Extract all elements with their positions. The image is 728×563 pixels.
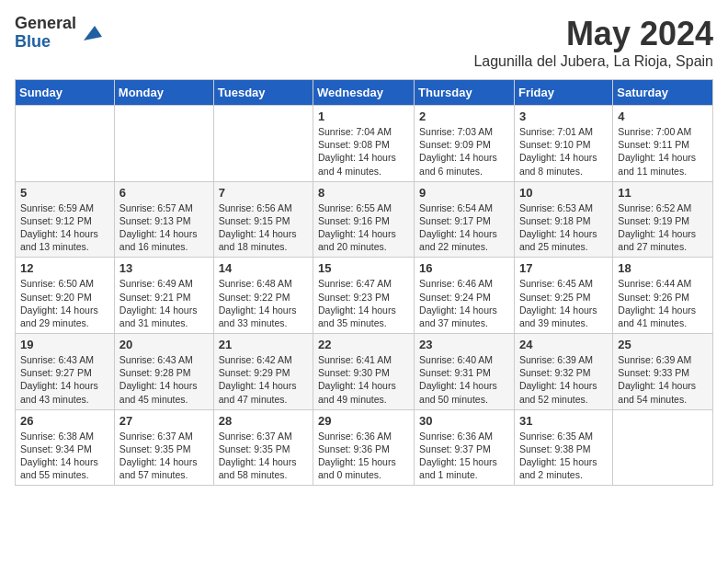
- day-info: Sunrise: 6:57 AMSunset: 9:13 PMDaylight:…: [119, 201, 209, 254]
- calendar-cell: 18Sunrise: 6:44 AMSunset: 9:26 PMDayligh…: [613, 258, 713, 334]
- day-number: 22: [318, 338, 409, 351]
- day-info: Sunrise: 7:03 AMSunset: 9:09 PMDaylight:…: [419, 125, 509, 178]
- calendar-cell: 19Sunrise: 6:43 AMSunset: 9:27 PMDayligh…: [16, 334, 115, 410]
- location-title: Lagunilla del Jubera, La Rioja, Spain: [473, 53, 713, 70]
- calendar-cell: 5Sunrise: 6:59 AMSunset: 9:12 PMDaylight…: [16, 181, 115, 258]
- calendar-week-row: 5Sunrise: 6:59 AMSunset: 9:12 PMDaylight…: [16, 181, 713, 258]
- day-number: 3: [519, 109, 608, 123]
- header-tuesday: Tuesday: [213, 80, 313, 106]
- day-info: Sunrise: 6:52 AMSunset: 9:19 PMDaylight:…: [618, 201, 708, 254]
- day-number: 27: [119, 414, 209, 428]
- calendar-cell: 23Sunrise: 6:40 AMSunset: 9:31 PMDayligh…: [415, 334, 515, 410]
- day-number: 17: [519, 261, 608, 275]
- header-thursday: Thursday: [415, 80, 515, 106]
- day-info: Sunrise: 6:48 AMSunset: 9:22 PMDaylight:…: [219, 277, 308, 329]
- day-number: 5: [20, 186, 109, 200]
- day-info: Sunrise: 6:53 AMSunset: 9:18 PMDaylight:…: [519, 201, 608, 254]
- calendar-week-row: 1Sunrise: 7:04 AMSunset: 9:08 PMDaylight…: [16, 106, 713, 182]
- day-number: 31: [519, 414, 608, 428]
- day-info: Sunrise: 6:40 AMSunset: 9:31 PMDaylight:…: [419, 353, 509, 406]
- calendar-cell: 30Sunrise: 6:36 AMSunset: 9:37 PMDayligh…: [415, 409, 515, 486]
- header-wednesday: Wednesday: [313, 80, 415, 106]
- day-number: 28: [219, 414, 308, 428]
- day-number: 7: [219, 186, 308, 200]
- day-info: Sunrise: 6:42 AMSunset: 9:29 PMDaylight:…: [219, 353, 308, 406]
- calendar-cell: 17Sunrise: 6:45 AMSunset: 9:25 PMDayligh…: [514, 258, 612, 334]
- logo-general: General: [15, 15, 76, 33]
- day-info: Sunrise: 6:56 AMSunset: 9:15 PMDaylight:…: [219, 201, 308, 254]
- calendar-cell: 13Sunrise: 6:49 AMSunset: 9:21 PMDayligh…: [114, 258, 213, 334]
- calendar-cell: 24Sunrise: 6:39 AMSunset: 9:32 PMDayligh…: [514, 334, 612, 410]
- day-number: 8: [318, 186, 409, 200]
- calendar-cell: 29Sunrise: 6:36 AMSunset: 9:36 PMDayligh…: [313, 409, 415, 486]
- day-info: Sunrise: 6:54 AMSunset: 9:17 PMDaylight:…: [419, 201, 509, 254]
- header-friday: Friday: [514, 80, 612, 106]
- day-number: 1: [318, 109, 409, 123]
- day-number: 29: [318, 414, 409, 428]
- day-info: Sunrise: 6:39 AMSunset: 9:32 PMDaylight:…: [519, 353, 608, 406]
- calendar-cell: [114, 106, 213, 182]
- day-number: 18: [618, 261, 708, 275]
- day-number: 4: [618, 109, 708, 123]
- day-number: 23: [419, 338, 509, 351]
- day-number: 11: [618, 186, 708, 200]
- calendar-cell: 3Sunrise: 7:01 AMSunset: 9:10 PMDaylight…: [514, 106, 612, 182]
- day-info: Sunrise: 7:01 AMSunset: 9:10 PMDaylight:…: [519, 125, 608, 178]
- day-info: Sunrise: 6:37 AMSunset: 9:35 PMDaylight:…: [119, 430, 209, 482]
- calendar-cell: 14Sunrise: 6:48 AMSunset: 9:22 PMDayligh…: [213, 258, 313, 334]
- calendar-cell: [613, 409, 713, 486]
- day-info: Sunrise: 6:37 AMSunset: 9:35 PMDaylight:…: [219, 430, 308, 482]
- calendar-cell: [213, 106, 313, 182]
- calendar-table: SundayMondayTuesdayWednesdayThursdayFrid…: [15, 79, 713, 486]
- calendar-cell: 28Sunrise: 6:37 AMSunset: 9:35 PMDayligh…: [213, 409, 313, 486]
- calendar-cell: 4Sunrise: 7:00 AMSunset: 9:11 PMDaylight…: [613, 106, 713, 182]
- calendar-cell: 27Sunrise: 6:37 AMSunset: 9:35 PMDayligh…: [114, 409, 213, 486]
- day-number: 24: [519, 338, 608, 351]
- day-number: 30: [419, 414, 509, 428]
- calendar-cell: 2Sunrise: 7:03 AMSunset: 9:09 PMDaylight…: [415, 106, 515, 182]
- header-saturday: Saturday: [613, 80, 713, 106]
- calendar-cell: 11Sunrise: 6:52 AMSunset: 9:19 PMDayligh…: [613, 181, 713, 258]
- day-number: 12: [20, 261, 109, 275]
- day-info: Sunrise: 6:55 AMSunset: 9:16 PMDaylight:…: [318, 201, 409, 254]
- calendar-cell: [16, 106, 115, 182]
- calendar-week-row: 26Sunrise: 6:38 AMSunset: 9:34 PMDayligh…: [16, 409, 713, 486]
- calendar-cell: 1Sunrise: 7:04 AMSunset: 9:08 PMDaylight…: [313, 106, 415, 182]
- logo-text: General Blue: [15, 15, 76, 52]
- calendar-cell: 8Sunrise: 6:55 AMSunset: 9:16 PMDaylight…: [313, 181, 415, 258]
- title-section: May 2024 Lagunilla del Jubera, La Rioja,…: [473, 15, 713, 70]
- calendar-cell: 25Sunrise: 6:39 AMSunset: 9:33 PMDayligh…: [613, 334, 713, 410]
- day-number: 9: [419, 186, 509, 200]
- day-number: 26: [20, 414, 109, 428]
- day-info: Sunrise: 6:45 AMSunset: 9:25 PMDaylight:…: [519, 277, 608, 329]
- logo: General Blue: [15, 15, 102, 52]
- calendar-cell: 9Sunrise: 6:54 AMSunset: 9:17 PMDaylight…: [415, 181, 515, 258]
- day-number: 21: [219, 338, 308, 351]
- calendar-week-row: 19Sunrise: 6:43 AMSunset: 9:27 PMDayligh…: [16, 334, 713, 410]
- logo-icon: [80, 22, 102, 44]
- calendar-cell: 20Sunrise: 6:43 AMSunset: 9:28 PMDayligh…: [114, 334, 213, 410]
- day-info: Sunrise: 6:44 AMSunset: 9:26 PMDaylight:…: [618, 277, 708, 329]
- calendar-cell: 31Sunrise: 6:35 AMSunset: 9:38 PMDayligh…: [514, 409, 612, 486]
- day-info: Sunrise: 7:04 AMSunset: 9:08 PMDaylight:…: [318, 125, 409, 178]
- calendar-cell: 16Sunrise: 6:46 AMSunset: 9:24 PMDayligh…: [415, 258, 515, 334]
- day-info: Sunrise: 7:00 AMSunset: 9:11 PMDaylight:…: [618, 125, 708, 178]
- day-number: 20: [119, 338, 209, 351]
- day-number: 14: [219, 261, 308, 275]
- calendar-cell: 12Sunrise: 6:50 AMSunset: 9:20 PMDayligh…: [16, 258, 115, 334]
- day-info: Sunrise: 6:43 AMSunset: 9:27 PMDaylight:…: [20, 353, 109, 406]
- calendar-cell: 7Sunrise: 6:56 AMSunset: 9:15 PMDaylight…: [213, 181, 313, 258]
- calendar-cell: 21Sunrise: 6:42 AMSunset: 9:29 PMDayligh…: [213, 334, 313, 410]
- calendar-cell: 6Sunrise: 6:57 AMSunset: 9:13 PMDaylight…: [114, 181, 213, 258]
- day-info: Sunrise: 6:49 AMSunset: 9:21 PMDaylight:…: [119, 277, 209, 329]
- calendar-cell: 26Sunrise: 6:38 AMSunset: 9:34 PMDayligh…: [16, 409, 115, 486]
- calendar-week-row: 12Sunrise: 6:50 AMSunset: 9:20 PMDayligh…: [16, 258, 713, 334]
- header-monday: Monday: [114, 80, 213, 106]
- header-sunday: Sunday: [16, 80, 115, 106]
- day-info: Sunrise: 6:35 AMSunset: 9:38 PMDaylight:…: [519, 430, 608, 482]
- calendar-cell: 22Sunrise: 6:41 AMSunset: 9:30 PMDayligh…: [313, 334, 415, 410]
- day-info: Sunrise: 6:36 AMSunset: 9:36 PMDaylight:…: [318, 430, 409, 482]
- day-number: 25: [618, 338, 708, 351]
- day-info: Sunrise: 6:39 AMSunset: 9:33 PMDaylight:…: [618, 353, 708, 406]
- day-number: 13: [119, 261, 209, 275]
